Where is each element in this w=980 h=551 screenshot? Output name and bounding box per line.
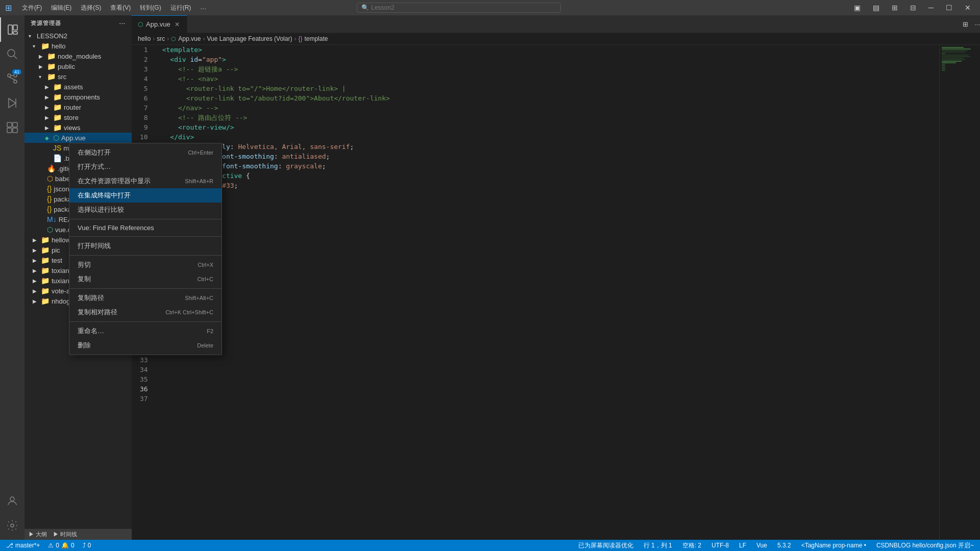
menu-delete[interactable]: 删除 Delete — [69, 338, 222, 353]
context-menu-overlay[interactable]: 在侧边打开 Ctrl+Enter 打开方式… 在文件资源管理器中显示 Shift… — [0, 0, 980, 551]
menu-open-with[interactable]: 打开方式… — [69, 160, 222, 174]
menu-sep-4 — [69, 288, 222, 289]
menu-cut[interactable]: 剪切 Ctrl+X — [69, 258, 222, 272]
menu-rename[interactable]: 重命名… F2 — [69, 324, 222, 338]
menu-copy-relative-path[interactable]: 复制相对路径 Ctrl+K Ctrl+Shift+C — [69, 305, 222, 319]
menu-copy-path[interactable]: 复制路径 Shift+Alt+C — [69, 291, 222, 305]
menu-vue-references[interactable]: Vue: Find File References — [69, 221, 222, 234]
menu-sep-2 — [69, 236, 222, 237]
menu-open-terminal[interactable]: 在集成终端中打开 — [69, 188, 222, 203]
menu-sep-1 — [69, 219, 222, 219]
menu-open-side[interactable]: 在侧边打开 Ctrl+Enter — [69, 145, 222, 160]
menu-open-timeline[interactable]: 打开时间线 — [69, 239, 222, 253]
context-menu: 在侧边打开 Ctrl+Enter 打开方式… 在文件资源管理器中显示 Shift… — [69, 143, 222, 355]
menu-compare[interactable]: 选择以进行比较 — [69, 203, 222, 217]
menu-sep-5 — [69, 321, 222, 322]
menu-sep-3 — [69, 255, 222, 256]
menu-copy[interactable]: 复制 Ctrl+C — [69, 272, 222, 286]
menu-reveal-explorer[interactable]: 在文件资源管理器中显示 Shift+Alt+R — [69, 174, 222, 188]
